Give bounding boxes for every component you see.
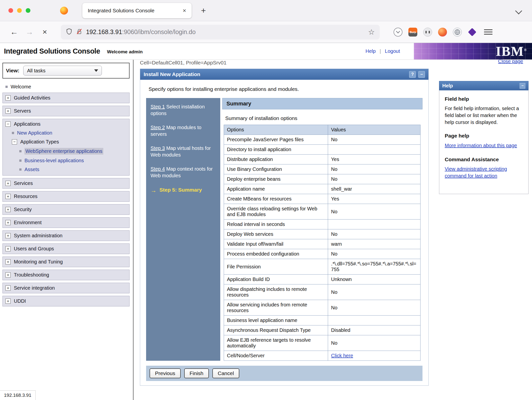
url-bar[interactable]: 192.168.3.91:9060/ibm/console/login.do ☆ xyxy=(61,25,380,40)
logout-link[interactable]: Logout xyxy=(385,48,400,54)
wizard-step-3: Step 3 Map virtual hosts for Web modules xyxy=(151,145,216,158)
collapse-minus-icon[interactable] xyxy=(12,139,17,144)
sidebar-item-resources[interactable]: Resources xyxy=(2,191,130,202)
expand-plus-icon[interactable] xyxy=(5,220,11,225)
expand-plus-icon[interactable] xyxy=(5,207,11,212)
expand-plus-icon[interactable] xyxy=(5,259,11,264)
sidebar-item-label[interactable]: Services xyxy=(14,180,33,186)
sidebar-item-label[interactable]: Assets xyxy=(24,167,39,172)
collapse-minus-icon[interactable] xyxy=(5,121,11,127)
robot-extension-icon[interactable] xyxy=(423,28,432,37)
finish-button[interactable]: Finish xyxy=(184,368,209,378)
sidebar-item-label[interactable]: WebSphere enterprise applications xyxy=(24,148,103,155)
new-tab-button[interactable]: + xyxy=(201,6,206,15)
sidebar-item-service-integration[interactable]: Service integration xyxy=(2,283,130,293)
sidebar-item-security[interactable]: Security xyxy=(2,204,130,215)
help-minimize-icon[interactable]: − xyxy=(520,83,525,89)
panel-help-icon[interactable]: ? xyxy=(409,71,416,78)
pocket-icon[interactable] xyxy=(394,28,402,37)
fox-extension-icon[interactable] xyxy=(438,28,447,37)
forward-button[interactable]: → xyxy=(22,27,37,37)
sidebar-item-business-level-applications[interactable]: Business-level applications xyxy=(19,158,127,163)
cancel-button[interactable]: Cancel xyxy=(212,368,239,378)
sidebar-item-users-and-groups[interactable]: Users and Groups xyxy=(2,243,130,254)
window-zoom-button[interactable] xyxy=(26,8,30,13)
tab-close-icon[interactable]: × xyxy=(183,7,186,14)
click-here-link[interactable]: Click here xyxy=(331,353,353,358)
sidebar-item-system-administration[interactable]: System administration xyxy=(2,230,130,241)
expand-plus-icon[interactable] xyxy=(5,299,11,304)
sidebar-item-label[interactable]: Resources xyxy=(14,194,38,199)
step-3-link[interactable]: Step 3 xyxy=(151,145,165,151)
view-dropdown[interactable]: All tasks xyxy=(23,66,102,76)
shield-icon[interactable] xyxy=(66,28,72,36)
tab-overflow-chevron-icon[interactable] xyxy=(516,8,521,14)
sidebar-item-new-application[interactable]: New Application xyxy=(12,130,127,136)
previous-button[interactable]: Previous xyxy=(150,368,181,378)
summary-caption: Summary of installation options xyxy=(225,115,422,121)
help-link[interactable]: Help xyxy=(365,48,376,54)
expand-plus-icon[interactable] xyxy=(5,95,11,100)
globe-extension-icon[interactable] xyxy=(453,28,462,37)
sidebar-item-label[interactable]: Environment xyxy=(14,220,42,225)
browser-tab[interactable]: Integrated Solutions Console × xyxy=(82,3,192,18)
url-text[interactable]: 192.168.3.91:9060/ibm/console/login.do xyxy=(86,28,196,36)
window-close-button[interactable] xyxy=(8,8,13,13)
sidebar-item-websphere-enterprise-applications[interactable]: WebSphere enterprise applications xyxy=(19,148,127,155)
panel-title-bar: Install New Application ? − xyxy=(140,69,428,80)
more-information-link[interactable]: More information about this page xyxy=(445,142,517,149)
bullet-icon xyxy=(5,86,8,88)
table-row: File Permission.*\.dll=755#.*\.so=755#.*… xyxy=(224,259,421,275)
sidebar-item-uddi[interactable]: UDDI xyxy=(2,296,130,306)
sidebar-item-assets[interactable]: Assets xyxy=(19,167,127,172)
sidebar-item-label[interactable]: Servers xyxy=(14,108,31,114)
sidebar-item-environment[interactable]: Environment xyxy=(2,217,130,228)
back-button[interactable]: ← xyxy=(6,27,22,37)
step-2-link[interactable]: Step 2 xyxy=(151,125,165,130)
sidebar-item-label[interactable]: Troubleshooting xyxy=(14,272,49,278)
table-row: Precompile JavaServer Pages filesNo xyxy=(224,135,421,145)
window-minimize-button[interactable] xyxy=(17,8,22,13)
expand-plus-icon[interactable] xyxy=(5,233,11,238)
sidebar-item-label[interactable]: Security xyxy=(14,207,32,212)
sidebar-item-label[interactable]: Business-level applications xyxy=(24,158,84,163)
sidebar-item-troubleshooting[interactable]: Troubleshooting xyxy=(2,270,130,280)
step-1-link[interactable]: Step 1 xyxy=(151,104,165,109)
expand-plus-icon[interactable] xyxy=(5,272,11,278)
expand-plus-icon[interactable] xyxy=(5,181,11,186)
step-4-link[interactable]: Step 4 xyxy=(151,166,165,172)
sidebar-item-label[interactable]: Guided Activities xyxy=(14,95,50,101)
sidebar-item-services[interactable]: Services xyxy=(2,178,130,189)
sidebar-item-label[interactable]: Users and Groups xyxy=(14,246,54,252)
sidebar-item-label[interactable]: Service integration xyxy=(14,285,55,291)
sidebar-item-label[interactable]: Monitoring and Tuning xyxy=(14,259,63,265)
panel-minimize-icon[interactable]: − xyxy=(418,71,425,78)
sidebar-item-servers[interactable]: Servers xyxy=(2,106,130,116)
sidebar-item-welcome[interactable]: Welcome xyxy=(2,81,130,93)
stop-button[interactable]: × xyxy=(37,27,52,37)
purple-shield-extension-icon[interactable] xyxy=(468,28,477,37)
sidebar-item-guided-activities[interactable]: Guided Activities xyxy=(2,93,130,103)
sidebar-item-label[interactable]: System administration xyxy=(14,233,63,239)
sidebar-item-application-types[interactable]: Application Types xyxy=(12,139,127,145)
burp-extension-icon[interactable]: Burp xyxy=(408,28,417,37)
insecure-lock-icon[interactable] xyxy=(76,28,83,36)
close-page-link[interactable]: Close page xyxy=(498,60,523,64)
sidebar-item-monitoring-and-tuning[interactable]: Monitoring and Tuning xyxy=(2,257,130,267)
table-row: Allow EJB reference targets to resolve a… xyxy=(224,335,421,351)
sidebar-item-label[interactable]: Applications xyxy=(14,121,41,127)
menu-hamburger-icon[interactable] xyxy=(484,29,492,35)
expand-plus-icon[interactable] xyxy=(5,194,11,199)
bookmark-star-icon[interactable]: ☆ xyxy=(368,28,375,36)
sidebar-item-label[interactable]: Welcome xyxy=(11,84,31,90)
expand-plus-icon[interactable] xyxy=(5,108,11,114)
sidebar-item-label[interactable]: New Application xyxy=(17,130,52,136)
sidebar-item-label[interactable]: UDDI xyxy=(14,298,26,304)
sidebar-item-applications[interactable]: Applications xyxy=(5,121,127,127)
view-admin-scripting-link[interactable]: View administrative scripting command fo… xyxy=(445,165,523,179)
sidebar-item-label[interactable]: Application Types xyxy=(20,139,59,145)
value-cell: Click here xyxy=(328,351,421,361)
expand-plus-icon[interactable] xyxy=(5,285,11,291)
value-cell xyxy=(328,145,421,155)
expand-plus-icon[interactable] xyxy=(5,246,11,251)
